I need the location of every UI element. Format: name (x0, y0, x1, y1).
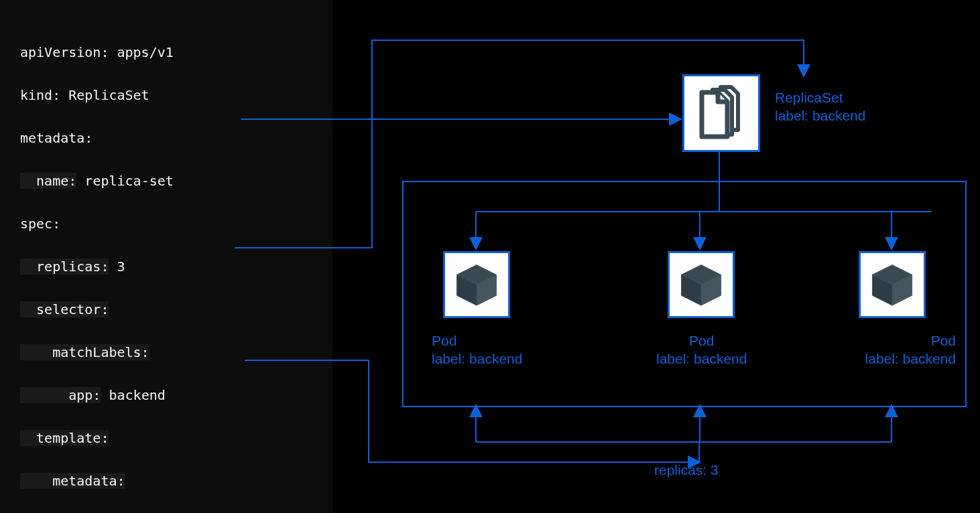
root: apiVersion: apps/v1 kind: ReplicaSet met… (0, 0, 980, 513)
arrows-overlay (0, 0, 980, 513)
diagram-panel: ReplicaSet label: backend Pod label: bac… (332, 0, 980, 513)
